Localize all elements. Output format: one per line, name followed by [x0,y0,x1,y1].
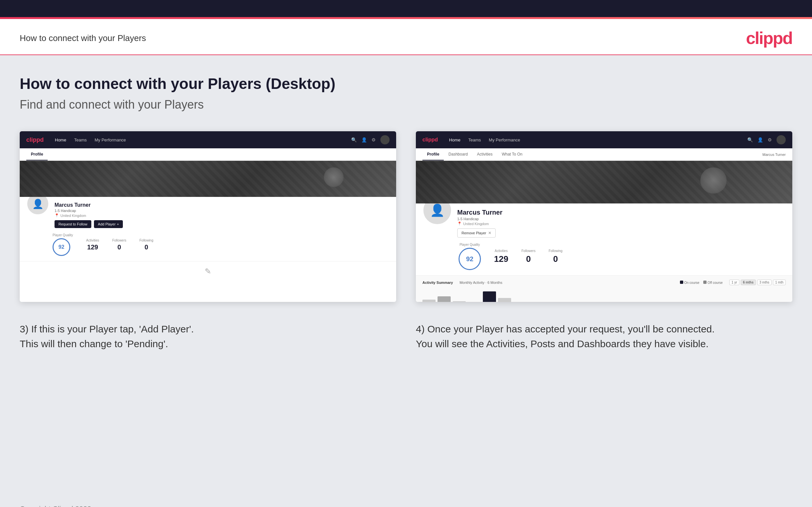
left-profile-name: Marcus Turner [55,202,390,208]
left-golf-banner [20,161,396,197]
left-followers-value: 0 [112,243,126,251]
right-nav-performance[interactable]: My Performance [489,137,520,143]
left-tab-bar: Profile [20,148,396,161]
left-quality-stat: Player Quality 92 [53,233,73,256]
left-edit-area: ✎ [20,261,396,281]
left-add-player-button[interactable]: Add Player + [94,220,123,228]
right-period-3mths[interactable]: 3 mths [757,280,772,285]
right-tab-activities[interactable]: Activities [472,149,497,161]
right-legend-oncourse: On course [680,281,699,284]
chart-bar-5 [483,291,496,302]
right-remove-player-button[interactable]: Remove Player ✕ [457,228,496,238]
left-add-icon: + [117,222,119,226]
right-legend-offcourse: Off course [703,281,723,284]
right-remove-player-label: Remove Player [461,231,486,235]
right-profile-section: 👤 Marcus Turner 1-5 Handicap 📍 United Ki… [416,204,792,243]
left-search-icon[interactable]: 🔍 [351,137,357,143]
right-settings-icon[interactable]: ⚙ [768,137,772,143]
header-title: How to connect with your Players [20,33,146,43]
caption-left-text: 3) If this is your Player tap, 'Add Play… [20,322,396,351]
right-quality-circle: 92 [459,248,481,270]
right-activity-legend: On course Off course [680,281,723,284]
right-activities-value: 129 [494,254,508,264]
left-follow-button[interactable]: Request to Follow [55,220,91,228]
right-tab-profile[interactable]: Profile [422,149,444,161]
right-profile-handicap: 1-5 Handicap [457,217,786,221]
right-search-icon[interactable]: 🔍 [747,137,753,143]
right-golf-banner [416,161,792,204]
left-quality-label: Player Quality [53,233,73,237]
right-profile-name: Marcus Turner [457,209,786,216]
left-followers-label: Followers [112,238,126,242]
clippd-logo: clippd [746,28,792,48]
right-activity-period: Monthly Activity · 6 Months [460,281,502,284]
left-settings-icon[interactable]: ⚙ [371,137,376,143]
left-country-text: United Kingdom [60,214,86,218]
right-activities-stat: Activities 129 [494,249,508,264]
left-nav-home[interactable]: Home [55,137,66,143]
chart-bar-1 [422,299,436,302]
left-profile-country: 📍 United Kingdom [55,213,390,218]
left-followers-stat: Followers 0 [112,238,126,251]
caption-left: 3) If this is your Player tap, 'Add Play… [20,322,396,351]
left-activities-label: Activities [86,238,99,242]
right-banner-circle [700,167,726,193]
left-profile-section: 👤 Marcus Turner 1-5 Handicap 📍 United Ki… [20,197,396,233]
right-quality-stat: Player Quality 92 [459,243,481,270]
right-navbar-right: 🔍 👤 ⚙ [747,135,786,145]
right-period-6mths[interactable]: 6 mths [741,280,756,285]
right-nav-teams[interactable]: Teams [468,137,481,143]
right-following-value: 0 [549,254,562,264]
left-stats-row: Player Quality 92 Activities 129 Followe… [20,233,396,261]
left-activities-stat: Activities 129 [86,238,99,251]
left-user-icon[interactable]: 👤 [361,137,367,143]
right-user-icon[interactable]: 👤 [757,137,763,143]
right-profile-info: Marcus Turner 1-5 Handicap 📍 United King… [457,209,786,238]
chart-bar-6 [498,298,511,302]
left-profile-handicap: 1-5 Handicap [55,209,390,213]
left-avatar-icon: 👤 [32,199,44,209]
caption-right: 4) Once your Player has accepted your re… [416,322,792,351]
caption-right-text: 4) Once your Player has accepted your re… [416,322,792,351]
left-following-stat: Following 0 [140,238,153,251]
right-banner-pattern [416,161,792,204]
screenshot-right: clippd Home Teams My Performance 🔍 👤 ⚙ P… [416,131,792,302]
right-period-1yr[interactable]: 1 yr [729,280,740,285]
left-location-icon: 📍 [55,213,59,218]
left-navbar: clippd Home Teams My Performance 🔍 👤 ⚙ [20,131,396,148]
right-followers-value: 0 [521,254,536,264]
right-location-icon: 📍 [457,222,462,226]
right-nav-home[interactable]: Home [449,137,461,143]
page-heading: How to connect with your Players (Deskto… [20,75,792,93]
left-nav-teams[interactable]: Teams [74,137,87,143]
left-avatar-nav[interactable] [380,135,390,145]
screenshot-left: clippd Home Teams My Performance 🔍 👤 ⚙ P… [20,131,396,302]
right-avatar-icon: 👤 [430,204,445,217]
left-nav-performance[interactable]: My Performance [95,137,126,143]
right-remove-x-icon: ✕ [488,231,492,235]
main-content: How to connect with your Players (Deskto… [0,55,812,498]
right-tab-whattoon[interactable]: What To On [497,149,527,161]
right-avatar-nav[interactable] [776,135,786,145]
right-activity-summary: Activity Summary Monthly Activity · 6 Mo… [416,275,792,289]
left-following-value: 0 [140,243,153,251]
right-offcourse-dot [703,281,707,284]
left-profile-info: Marcus Turner 1-5 Handicap 📍 United King… [55,202,390,228]
top-bar [0,0,812,17]
screenshots-row: clippd Home Teams My Performance 🔍 👤 ⚙ P… [20,131,792,302]
right-following-stat: Following 0 [549,249,562,264]
right-period-1mth[interactable]: 1 mth [773,280,786,285]
chart-bar-2 [438,296,451,302]
right-quality-label: Player Quality [459,243,481,246]
left-activities-value: 129 [86,243,99,251]
right-followers-label: Followers [521,249,536,253]
right-tab-user: Marcus Turner [762,153,786,157]
left-tab-profile[interactable]: Profile [26,149,48,161]
right-tab-dashboard[interactable]: Dashboard [444,149,472,161]
left-edit-icon: ✎ [205,267,211,276]
right-tab-bar: Profile Dashboard Activities What To On … [416,148,792,161]
right-following-label: Following [549,249,562,253]
right-navbar: clippd Home Teams My Performance 🔍 👤 ⚙ [416,131,792,148]
left-banner-circle [324,167,344,187]
left-navbar-right: 🔍 👤 ⚙ [351,135,390,145]
